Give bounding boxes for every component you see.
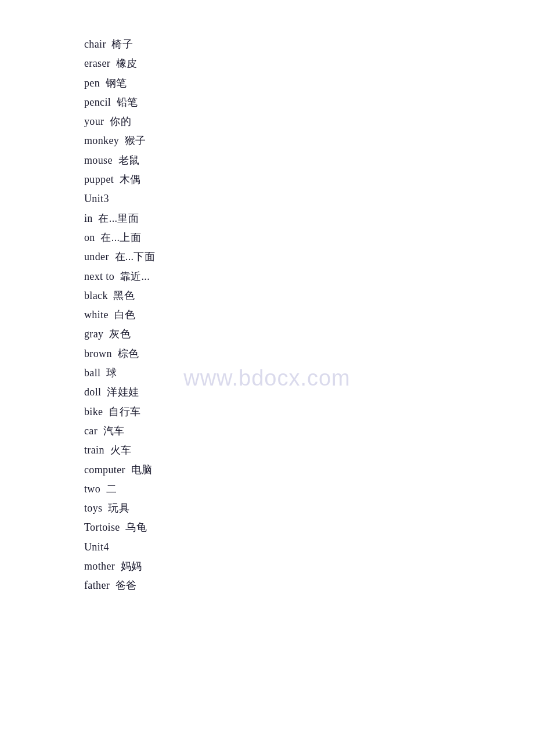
vocab-item: Unit3 xyxy=(84,189,534,208)
vocab-item: chair 椅子 xyxy=(84,35,534,54)
vocab-item: puppet 木偶 xyxy=(84,170,534,189)
vocab-item: next to 靠近... xyxy=(84,267,534,286)
vocab-item: mother 妈妈 xyxy=(84,557,534,576)
vocab-item: bike 自行车 xyxy=(84,402,534,422)
vocab-item: under 在...下面 xyxy=(84,247,534,267)
vocab-item: pencil 铅笔 xyxy=(84,93,534,112)
main-content: chair 椅子eraser 橡皮pen 钢笔pencil 铅笔your 你的m… xyxy=(0,0,534,631)
vocab-item: brown 棕色 xyxy=(84,344,534,363)
vocab-item: ball 球 xyxy=(84,363,534,383)
vocab-item: Tortoise 乌龟 xyxy=(84,518,534,537)
vocab-item: two 二 xyxy=(84,480,534,499)
vocab-item: black 黑色 xyxy=(84,286,534,305)
vocab-item: your 你的 xyxy=(84,112,534,131)
vocab-item: train 火车 xyxy=(84,441,534,460)
vocab-item: mouse 老鼠 xyxy=(84,151,534,170)
vocab-item: white 白色 xyxy=(84,305,534,325)
vocab-item: pen 钢笔 xyxy=(84,74,534,93)
vocab-item: computer 电脑 xyxy=(84,460,534,480)
vocab-item: in 在...里面 xyxy=(84,209,534,228)
vocab-item: toys 玩具 xyxy=(84,499,534,518)
vocab-item: Unit4 xyxy=(84,538,534,557)
vocab-item: father 爸爸 xyxy=(84,576,534,595)
vocab-item: eraser 橡皮 xyxy=(84,54,534,73)
vocab-item: gray 灰色 xyxy=(84,325,534,344)
vocab-item: monkey 猴子 xyxy=(84,131,534,150)
vocab-item: car 汽车 xyxy=(84,422,534,441)
vocab-item: doll 洋娃娃 xyxy=(84,383,534,402)
vocab-item: on 在...上面 xyxy=(84,228,534,247)
